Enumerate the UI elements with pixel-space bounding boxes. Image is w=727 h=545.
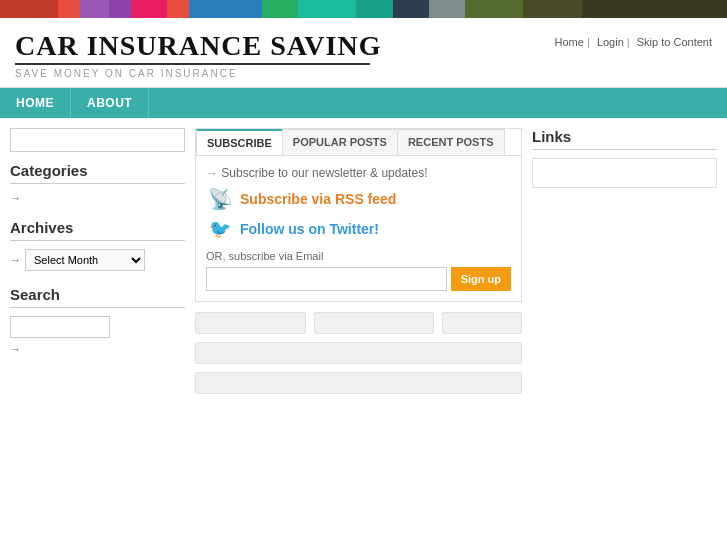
- rss-link[interactable]: 📡 Subscribe via RSS feed: [206, 188, 511, 210]
- search-section: Search: [10, 286, 185, 355]
- content-placeholder-1: [195, 312, 306, 334]
- tab-header: SUBSCRIBE POPULAR POSTS RECENT POSTS: [196, 129, 521, 156]
- tab-subscribe[interactable]: SUBSCRIBE: [196, 129, 283, 155]
- right-sidebar: Links: [532, 128, 717, 402]
- twitter-link[interactable]: 🐦 Follow us on Twitter!: [206, 218, 511, 240]
- search-title: Search: [10, 286, 185, 308]
- subscribe-tagline: Subscribe to our newsletter & updates!: [206, 166, 511, 180]
- content-placeholder-5: [195, 372, 522, 394]
- archives-title: Archives: [10, 219, 185, 241]
- twitter-label: Follow us on Twitter!: [240, 221, 379, 237]
- tab-recent[interactable]: RECENT POSTS: [397, 129, 505, 155]
- content-row-1: [195, 312, 522, 334]
- site-subtitle: SAVE MONEY ON CAR INSURANCE: [15, 68, 712, 79]
- categories-title: Categories: [10, 162, 185, 184]
- email-input[interactable]: [206, 267, 447, 291]
- categories-arrow: [10, 192, 185, 204]
- home-link[interactable]: Home: [555, 36, 584, 48]
- links-section: Links: [532, 128, 717, 188]
- signup-button[interactable]: Sign up: [451, 267, 511, 291]
- rss-label: Subscribe via RSS feed: [240, 191, 396, 207]
- main-content: SUBSCRIBE POPULAR POSTS RECENT POSTS Sub…: [195, 128, 522, 402]
- top-banner: [0, 0, 727, 18]
- main-layout: Categories Archives Select Month Search …: [0, 118, 727, 412]
- archives-arrow: [10, 254, 21, 266]
- email-label: OR, subscribe via Email: [206, 250, 511, 262]
- title-underline: [15, 63, 370, 65]
- content-placeholder-3: [442, 312, 522, 334]
- content-row-2: [195, 342, 522, 364]
- links-title: Links: [532, 128, 717, 150]
- skip-link[interactable]: Skip to Content: [637, 36, 712, 48]
- month-select[interactable]: Select Month: [25, 249, 145, 271]
- categories-section: Categories: [10, 162, 185, 204]
- archives-section: Archives Select Month: [10, 219, 185, 271]
- tab-content-subscribe: Subscribe to our newsletter & updates! 📡…: [196, 156, 521, 301]
- header-links: Home | Login | Skip to Content: [551, 36, 712, 48]
- email-row: Sign up: [206, 267, 511, 291]
- content-row-3: [195, 372, 522, 394]
- nav-home[interactable]: HOME: [0, 88, 71, 118]
- login-link[interactable]: Login: [597, 36, 624, 48]
- content-placeholder-4: [195, 342, 522, 364]
- nav-bar: HOME ABOUT: [0, 88, 727, 118]
- top-search-input[interactable]: [10, 128, 185, 152]
- search-arrow: [10, 343, 185, 355]
- archives-select-wrapper: Select Month: [10, 249, 185, 271]
- links-content: [532, 158, 717, 188]
- tab-popular[interactable]: POPULAR POSTS: [282, 129, 398, 155]
- tab-widget: SUBSCRIBE POPULAR POSTS RECENT POSTS Sub…: [195, 128, 522, 302]
- rss-icon: 📡: [206, 188, 234, 210]
- content-placeholder-2: [314, 312, 434, 334]
- twitter-icon: 🐦: [206, 218, 234, 240]
- nav-about[interactable]: ABOUT: [71, 88, 149, 118]
- site-header: CAR INSURANCE SAVING SAVE MONEY ON CAR I…: [0, 18, 727, 88]
- top-search-area: [10, 128, 185, 152]
- search-input[interactable]: [10, 316, 110, 338]
- left-sidebar: Categories Archives Select Month Search: [10, 128, 185, 402]
